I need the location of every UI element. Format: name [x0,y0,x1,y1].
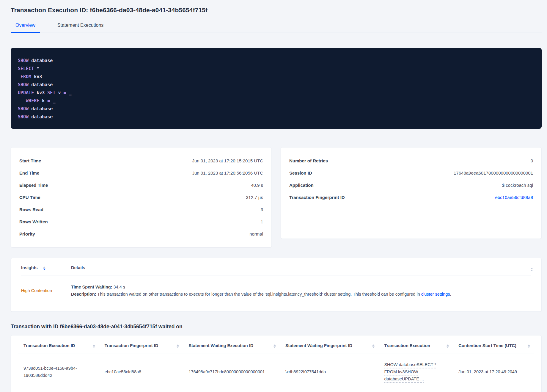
sql-identifier: database [29,58,53,63]
detail-value: 1 [261,219,263,224]
tab-bar: Overview Statement Executions [11,23,542,32]
description-label: Description: [71,292,96,297]
sql-identifier: _ [66,90,72,95]
detail-value: 40.9 s [251,183,263,188]
detail-value: 3 [261,207,263,212]
detail-value: 0 [531,158,533,163]
column-label: Transaction Execution ID [23,343,75,350]
detail-label: Transaction Fingerprint ID [289,195,345,200]
detail-value: Jun 01, 2023 at 17:20:15:2015 UTC [192,158,263,163]
waited-on-heading: Transaction with ID f6be6366-da03-48de-a… [11,324,542,330]
detail-row-elapsed-time: Elapsed Time 40.9 s [19,179,263,191]
time-spent-waiting-value: 34.4 s [112,285,125,289]
insights-column-header[interactable]: Insights [21,265,71,272]
detail-label: End Time [19,170,39,175]
sort-icon[interactable] [447,344,449,348]
detail-row-session-id: Session ID 17648a9eea6017800000000000000… [289,167,533,179]
detail-label: Application [289,183,314,188]
detail-label: Number of Retries [289,158,328,163]
detail-row-priority: Priority normal [19,228,263,240]
detail-label: Priority [19,231,35,236]
time-spent-waiting-line: Time Spent Waiting: 34.4 s [71,284,525,290]
detail-value: 17648a9eea6017800000000000000001 [454,170,533,175]
insight-row: High Contention Time Spent Waiting: 34.4… [21,275,531,307]
execution-details-card: Start Time Jun 01, 2023 at 17:20:15:2015… [11,147,272,247]
detail-row-rows-read: Rows Read 3 [19,203,263,216]
detail-label: Session ID [289,170,312,175]
sql-keyword: WHERE [18,98,39,104]
insight-details-cell: Time Spent Waiting: 34.4 s Description: … [71,283,525,298]
card-bottom-spacer [21,307,531,311]
detail-label: Rows Read [19,207,43,212]
sql-keyword: SELECT [18,66,34,71]
sort-icon[interactable] [372,344,375,348]
tab-overview[interactable]: Overview [11,23,40,32]
transaction-fingerprint-link[interactable]: ebc10ae56cfd88a8 [495,195,533,200]
detail-row-start-time: Start Time Jun 01, 2023 at 17:20:15:2015… [19,155,263,167]
sql-keyword: SHOW [18,58,29,63]
sort-icon[interactable] [43,266,45,270]
col-statement-waiting-fingerprint-id[interactable]: Statement Waiting Fingerprint ID [280,343,379,350]
insight-type-label: High Contention [21,288,71,293]
sql-code: SHOW database SELECT * FROM kv3 SHOW dat… [18,57,535,121]
detail-label: Rows Written [19,219,48,224]
insights-table-header: Insights Details [21,258,531,275]
detail-row-end-time: End Time Jun 01, 2023 at 17:20:56:2056 U… [19,167,263,179]
sql-identifier: k [39,98,47,104]
detail-row-retries: Number of Retries 0 [289,155,533,167]
column-label: Transaction Execution [384,343,430,350]
waited-on-table-card: Transaction Execution ID Transaction Fin… [11,335,542,392]
col-transaction-fingerprint-id[interactable]: Transaction Fingerprint ID [99,343,183,350]
sql-identifier: database [29,82,53,87]
col-transaction-execution-id[interactable]: Transaction Execution ID [18,343,99,350]
sql-operator: = [64,90,66,95]
description-period: . [450,292,451,297]
session-details-card: Number of Retries 0 Session ID 17648a9ee… [281,147,542,239]
sort-icon[interactable] [531,268,533,271]
sort-icon[interactable] [177,344,179,348]
detail-row-rows-written: Rows Written 1 [19,216,263,228]
detail-row-application: Application $ cockroach sql [289,179,533,191]
sql-keyword: FROM [18,74,31,79]
insights-column-label: Insights [21,265,38,272]
column-label: Transaction Fingerprint ID [105,343,158,350]
cluster-settings-link[interactable]: cluster settings [421,292,450,297]
sql-identifier: * [34,66,39,71]
sort-icon[interactable] [93,344,95,348]
detail-row-cpu-time: CPU Time 312.7 µs [19,191,263,203]
sql-keyword: SHOW [18,114,29,120]
sql-statements-box: SHOW database SELECT * FROM kv3 SHOW dat… [11,48,542,129]
cell-transaction-fingerprint-id: ebc10ae56cfd88a8 [99,368,183,375]
time-spent-waiting-label: Time Spent Waiting: [71,285,112,289]
sql-identifier: database [29,106,53,112]
cell-statement-waiting-fingerprint-id: \xdb8922f077541dda [280,368,379,375]
cell-transaction-execution-id: 9738d051-bc0e-4158-a9b4-1903586ddd42 [18,365,99,379]
sql-keyword: SET [47,90,55,95]
col-transaction-execution[interactable]: Transaction Execution [379,343,453,350]
details-cards-row: Start Time Jun 01, 2023 at 17:20:15:2015… [11,147,542,247]
tab-statement-executions[interactable]: Statement Executions [53,23,109,32]
cell-transaction-execution-link[interactable]: SHOW databaseSELECT * FROM kv3SHOW datab… [379,361,453,382]
column-label: Contention Start Time (UTC) [458,343,516,350]
extra-sort-header[interactable] [525,266,531,271]
insight-description-line: Description: This transaction waited on … [71,291,525,297]
sql-identifier: _ [50,98,55,104]
sql-keyword: UPDATE [18,90,34,95]
cell-statement-waiting-execution-id: 176498a9c717bdc80000000000000001 [183,368,280,375]
transaction-details-page: Transaction Execution ID: f6be6366-da03-… [0,0,547,392]
waited-table-row: 9738d051-bc0e-4158-a9b4-1903586ddd42 ebc… [18,354,534,392]
column-label: Statement Waiting Fingerprint ID [285,343,352,350]
detail-row-txn-fingerprint-id: Transaction Fingerprint ID ebc10ae56cfd8… [289,191,533,203]
col-contention-start-time[interactable]: Contention Start Time (UTC) [453,343,534,350]
col-statement-waiting-execution-id[interactable]: Statement Waiting Execution ID [183,343,280,350]
column-label: Statement Waiting Execution ID [188,343,253,350]
details-column-label: Details [71,265,85,272]
sql-identifier: database [29,114,53,120]
insights-table-card: Insights Details High Contention Time Sp… [11,258,542,312]
waited-table-header: Transaction Execution ID Transaction Fin… [18,335,534,354]
detail-value: $ cockroach sql [502,183,533,188]
page-title: Transaction Execution ID: f6be6366-da03-… [11,7,542,14]
details-column-header[interactable]: Details [71,265,525,272]
sort-icon[interactable] [274,344,276,348]
sort-icon[interactable] [528,344,530,348]
